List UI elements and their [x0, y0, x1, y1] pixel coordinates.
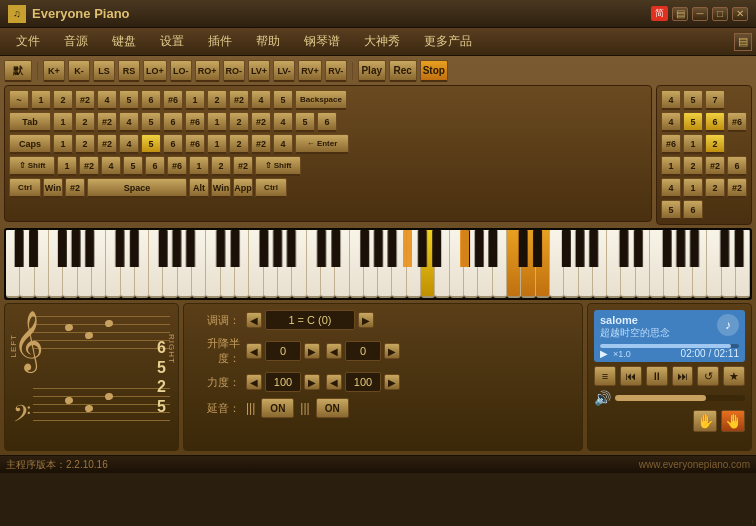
- menu-expand-btn[interactable]: ▤: [734, 33, 752, 51]
- key-4b-r3[interactable]: 4: [273, 134, 293, 154]
- key-backspace[interactable]: Backspace: [295, 90, 347, 110]
- player-play-btn[interactable]: ▶: [600, 348, 608, 359]
- key-4-r1[interactable]: 4: [97, 90, 117, 110]
- wk-26[interactable]: [364, 230, 378, 298]
- key-2-r1[interactable]: 2: [53, 90, 73, 110]
- key-s2-r1[interactable]: #2: [75, 90, 95, 110]
- menu-masters[interactable]: 大神秀: [352, 29, 412, 54]
- key-alt[interactable]: Alt: [189, 178, 209, 198]
- sustain-left-on[interactable]: ON: [261, 398, 294, 418]
- np-4b[interactable]: 4: [661, 112, 681, 132]
- key-5-r3-highlighted[interactable]: 5: [141, 134, 161, 154]
- np-1c[interactable]: 1: [683, 178, 703, 198]
- key-rctrl[interactable]: Ctrl: [255, 178, 287, 198]
- menu-sound[interactable]: 音源: [52, 29, 100, 54]
- key-tilde[interactable]: ~: [9, 90, 29, 110]
- lo-plus-btn[interactable]: LO+: [143, 60, 167, 82]
- play-btn[interactable]: Play: [358, 60, 386, 82]
- wk-6[interactable]: [78, 230, 92, 298]
- key-5b-r2[interactable]: 5: [295, 112, 315, 132]
- wk-7[interactable]: [92, 230, 106, 298]
- wk-4[interactable]: [49, 230, 63, 298]
- menu-file[interactable]: 文件: [4, 29, 52, 54]
- np-4[interactable]: 4: [661, 90, 681, 110]
- key-s2b-r4[interactable]: #2: [233, 156, 253, 176]
- pitch-right-plus[interactable]: ▶: [384, 343, 400, 359]
- player-pause-btn[interactable]: ⏸: [646, 366, 668, 386]
- wk-31[interactable]: [435, 230, 449, 298]
- lv-plus-btn[interactable]: LV+: [248, 60, 270, 82]
- wk-18[interactable]: [249, 230, 263, 298]
- key-lshift[interactable]: ⇧ Shift: [9, 156, 55, 176]
- np-4c[interactable]: 4: [661, 178, 681, 198]
- key-4-r3[interactable]: 4: [119, 134, 139, 154]
- key-s2b-r3[interactable]: #2: [251, 134, 271, 154]
- wk-27[interactable]: [378, 230, 392, 298]
- key-s6-r3[interactable]: #6: [185, 134, 205, 154]
- wk-15[interactable]: [206, 230, 220, 298]
- wk-12[interactable]: [163, 230, 177, 298]
- rec-btn[interactable]: Rec: [389, 60, 417, 82]
- wk-37[interactable]: [521, 230, 535, 298]
- key-s6-r4[interactable]: #6: [167, 156, 187, 176]
- key-6b-r2[interactable]: 6: [317, 112, 337, 132]
- np-5[interactable]: 5: [683, 90, 703, 110]
- vel-right-plus[interactable]: ▶: [384, 374, 400, 390]
- np-5c[interactable]: 5: [661, 200, 681, 220]
- key-4-r4[interactable]: 4: [101, 156, 121, 176]
- key-app[interactable]: App: [233, 178, 253, 198]
- key-left-arrow[interactable]: ◀: [246, 312, 262, 328]
- wk-33[interactable]: [464, 230, 478, 298]
- key-1b-r4[interactable]: 1: [189, 156, 209, 176]
- wk-20[interactable]: [278, 230, 292, 298]
- minimize-btn[interactable]: ─: [692, 7, 708, 21]
- np-s2b[interactable]: #2: [727, 178, 747, 198]
- key-s2-r3[interactable]: #2: [97, 134, 117, 154]
- wk-35[interactable]: [493, 230, 507, 298]
- vel-left-plus[interactable]: ▶: [304, 374, 320, 390]
- key-5b-r1[interactable]: 5: [273, 90, 293, 110]
- rs-btn[interactable]: RS: [118, 60, 140, 82]
- wk-16[interactable]: [221, 230, 235, 298]
- vel-right-minus[interactable]: ◀: [326, 374, 342, 390]
- np-6b[interactable]: 6: [727, 156, 747, 176]
- maximize-btn[interactable]: □: [712, 7, 728, 21]
- menu-scores[interactable]: 钢琴谱: [292, 29, 352, 54]
- key-1b-r3[interactable]: 1: [207, 134, 227, 154]
- wk-17[interactable]: [235, 230, 249, 298]
- key-2b-r4[interactable]: 2: [211, 156, 231, 176]
- key-rwin[interactable]: Win: [211, 178, 231, 198]
- key-2-r2[interactable]: 2: [75, 112, 95, 132]
- key-tab[interactable]: Tab: [9, 112, 51, 132]
- stop-btn[interactable]: Stop: [420, 60, 448, 82]
- wk-47[interactable]: [664, 230, 678, 298]
- lv-minus-btn[interactable]: LV-: [273, 60, 295, 82]
- np-s6[interactable]: #6: [727, 112, 747, 132]
- wk-42[interactable]: [593, 230, 607, 298]
- np-1b[interactable]: 1: [661, 156, 681, 176]
- wk-40[interactable]: [564, 230, 578, 298]
- key-4b-r1[interactable]: 4: [251, 90, 271, 110]
- np-s6b[interactable]: #6: [661, 134, 681, 154]
- wk-29[interactable]: [407, 230, 421, 298]
- menu-plugins[interactable]: 插件: [196, 29, 244, 54]
- pitch-left-plus[interactable]: ▶: [304, 343, 320, 359]
- wk-39[interactable]: [550, 230, 564, 298]
- key-2b-r2[interactable]: 2: [229, 112, 249, 132]
- player-fav-btn[interactable]: ★: [723, 366, 745, 386]
- wk-45[interactable]: [636, 230, 650, 298]
- key-s6-r1[interactable]: #6: [163, 90, 183, 110]
- wk-44[interactable]: [621, 230, 635, 298]
- menu-btn[interactable]: ▤: [672, 7, 688, 21]
- rv-plus-btn[interactable]: RV+: [298, 60, 322, 82]
- wk-19[interactable]: [264, 230, 278, 298]
- pitch-right-minus[interactable]: ◀: [326, 343, 342, 359]
- player-progress-bar-container[interactable]: [600, 344, 739, 348]
- key-1b-r1[interactable]: 1: [185, 90, 205, 110]
- key-space[interactable]: Space: [87, 178, 187, 198]
- wk-13[interactable]: [178, 230, 192, 298]
- wk-3[interactable]: [35, 230, 49, 298]
- key-s2b-r1[interactable]: #2: [229, 90, 249, 110]
- player-prev-btn[interactable]: ⏮: [620, 366, 642, 386]
- wk-11[interactable]: [149, 230, 163, 298]
